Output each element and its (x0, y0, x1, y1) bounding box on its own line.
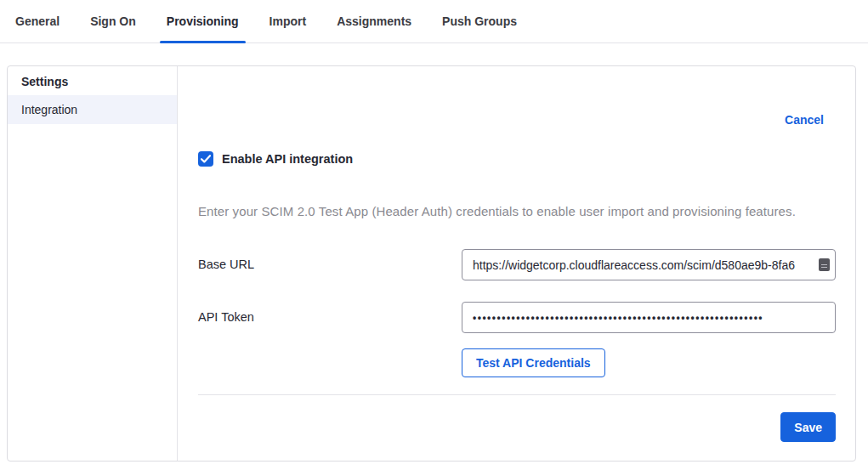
provisioning-panel: Settings Integration Cancel Enable API i… (7, 65, 856, 462)
cancel-row: Cancel (198, 66, 836, 127)
base-url-input-wrap (462, 249, 836, 280)
api-token-input[interactable] (462, 302, 836, 333)
api-token-input-wrap (462, 302, 836, 333)
test-credentials-row: Test API Credentials (462, 348, 836, 377)
checkmark-icon (201, 155, 211, 163)
api-token-label: API Token (198, 302, 462, 324)
tab-import[interactable]: Import (263, 0, 314, 42)
enable-api-checkbox[interactable] (198, 151, 213, 167)
sidebar-item-integration[interactable]: Integration (8, 95, 177, 124)
base-url-row: Base URL (198, 249, 836, 280)
tab-sign-on[interactable]: Sign On (83, 0, 143, 42)
tab-assignments[interactable]: Assignments (330, 0, 418, 42)
credentials-description: Enter your SCIM 2.0 Test App (Header Aut… (198, 204, 836, 218)
tab-provisioning[interactable]: Provisioning (160, 0, 246, 42)
sidebar-header-settings: Settings (8, 66, 177, 95)
base-url-input[interactable] (462, 249, 836, 280)
text-selection-artifact (819, 258, 830, 271)
tab-push-groups[interactable]: Push Groups (435, 0, 524, 42)
settings-sidebar: Settings Integration (8, 66, 178, 461)
api-token-row: API Token (198, 302, 836, 333)
enable-api-row: Enable API integration (198, 151, 836, 167)
app-tab-bar: General Sign On Provisioning Import Assi… (0, 0, 868, 43)
enable-api-label: Enable API integration (222, 152, 353, 166)
integration-form: Cancel Enable API integration Enter your… (178, 66, 856, 461)
save-button[interactable]: Save (780, 412, 836, 442)
form-divider (198, 394, 836, 395)
cancel-button[interactable]: Cancel (785, 113, 824, 127)
tab-general[interactable]: General (9, 0, 66, 42)
base-url-label: Base URL (198, 249, 462, 271)
test-api-credentials-button[interactable]: Test API Credentials (462, 348, 605, 377)
save-row: Save (198, 412, 836, 442)
